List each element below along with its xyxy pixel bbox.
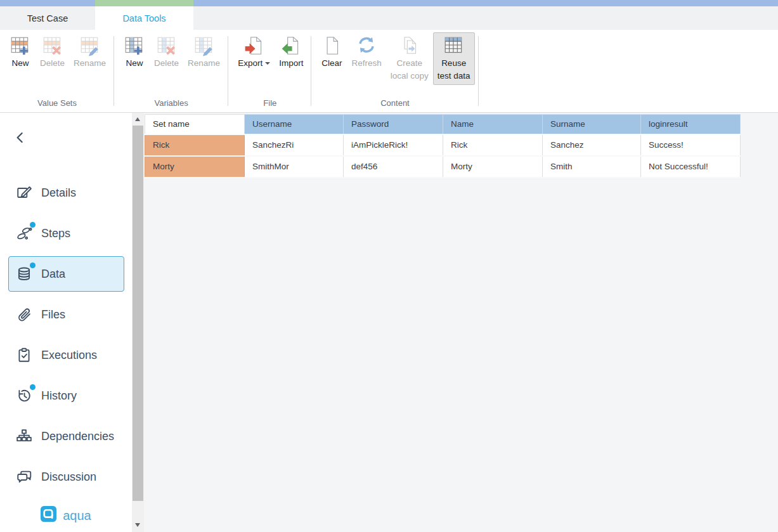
- table-column-add-icon: [124, 35, 145, 56]
- ribbon-group-content: Clear Refresh Create local copy: [311, 30, 478, 112]
- ribbon-group-file: Export Import File: [228, 30, 311, 112]
- table-column-rename-icon: [193, 35, 215, 56]
- button-label: Create: [396, 58, 422, 69]
- refresh-icon: [356, 35, 377, 56]
- sidebar-item-label: Data: [41, 268, 65, 281]
- sidebar-item-label: History: [41, 389, 77, 403]
- data-cell[interactable]: SmithMor: [245, 156, 344, 178]
- value-sets-delete-button[interactable]: Delete: [36, 32, 69, 72]
- sidebar-item-dependencies[interactable]: Dependencies: [8, 418, 124, 454]
- top-accent-strip: [0, 0, 778, 6]
- group-label-variables: Variables: [116, 98, 226, 112]
- copy-document-icon: [399, 35, 420, 56]
- aqua-logo-icon: [41, 506, 56, 525]
- button-label: New: [11, 58, 29, 69]
- table-row: Morty SmithMor def456 Morty Smith Not Su…: [145, 156, 741, 178]
- scrollbar-thumb[interactable]: [133, 126, 143, 501]
- variables-rename-button[interactable]: Rename: [183, 32, 224, 72]
- reuse-test-data-button[interactable]: Reuse test data: [433, 32, 475, 85]
- clipboard-check-icon: [16, 347, 32, 363]
- button-label: Clear: [321, 58, 342, 69]
- value-sets-new-button[interactable]: New: [5, 32, 36, 72]
- sidebar-item-files[interactable]: Files: [8, 297, 124, 332]
- import-button[interactable]: Import: [275, 32, 308, 72]
- ribbon-tabbar: Test Case Data Tools: [0, 6, 778, 30]
- tab-test-case[interactable]: Test Case: [0, 6, 95, 30]
- aqua-brand: aqua: [0, 506, 132, 525]
- column-header-username[interactable]: Username: [245, 115, 344, 134]
- sidebar-item-data[interactable]: Data: [8, 256, 124, 292]
- set-name-cell[interactable]: Morty: [145, 156, 245, 178]
- group-label-content: Content: [313, 98, 476, 112]
- variables-new-button[interactable]: New: [119, 32, 150, 72]
- header-row: Set name Username Password Name Surname …: [145, 115, 741, 134]
- table-row: Rick SanchezRi iAmPickleRick! Rick Sanch…: [145, 134, 741, 156]
- data-cell[interactable]: Smith: [543, 156, 641, 178]
- main-area: Details Steps Data: [0, 113, 778, 532]
- sidebar-item-history[interactable]: History: [8, 378, 124, 413]
- create-local-copy-button[interactable]: Create local copy: [386, 32, 433, 85]
- column-header-surname[interactable]: Surname: [543, 115, 641, 134]
- sidebar-item-label: Executions: [41, 349, 97, 362]
- notification-dot: [30, 222, 36, 228]
- data-grid-area: Set name Username Password Name Surname …: [144, 113, 778, 532]
- sidebar-item-details[interactable]: Details: [8, 175, 124, 211]
- database-icon: [16, 266, 32, 282]
- sidebar-item-executions[interactable]: Executions: [8, 337, 124, 373]
- edit-icon: [16, 185, 32, 201]
- variables-delete-button[interactable]: Delete: [150, 32, 183, 72]
- vertical-scrollbar[interactable]: [132, 113, 144, 532]
- column-header-set-name[interactable]: Set name: [145, 115, 245, 134]
- button-label-line2: test data: [438, 70, 470, 82]
- data-cell[interactable]: Rick: [443, 134, 543, 156]
- scroll-down-arrow-icon[interactable]: [135, 523, 140, 527]
- clear-button[interactable]: Clear: [316, 32, 347, 72]
- import-document-icon: [280, 35, 302, 56]
- button-label: Delete: [154, 58, 179, 69]
- table-header-icon: [443, 35, 465, 56]
- data-cell[interactable]: Morty: [443, 156, 543, 178]
- export-button[interactable]: Export: [233, 32, 275, 72]
- data-cell[interactable]: Success!: [641, 134, 741, 156]
- button-label: Rename: [74, 58, 106, 69]
- column-header-password[interactable]: Password: [344, 115, 443, 134]
- notification-dot: [30, 263, 36, 268]
- sidebar: Details Steps Data: [0, 113, 132, 532]
- app-window: Test Case Data Tools New Delete: [0, 0, 778, 532]
- active-tab-accent: [95, 0, 193, 6]
- sidebar-collapse-button[interactable]: [13, 129, 29, 146]
- data-cell[interactable]: def456: [344, 156, 443, 178]
- sidebar-item-label: Steps: [41, 227, 70, 240]
- ribbon: New Delete Rename Value Sets: [0, 30, 778, 113]
- blank-document-icon: [321, 35, 342, 56]
- data-cell[interactable]: iAmPickleRick!: [344, 134, 443, 156]
- column-header-loginresult[interactable]: loginresult: [641, 115, 741, 134]
- button-label-line2: local copy: [391, 70, 429, 82]
- refresh-button[interactable]: Refresh: [347, 32, 386, 72]
- hierarchy-icon: [16, 428, 32, 444]
- data-cell[interactable]: SanchezRi: [245, 134, 344, 156]
- sidebar-item-label: Files: [41, 308, 65, 321]
- data-cell[interactable]: Not Successful!: [641, 156, 741, 178]
- value-sets-rename-button[interactable]: Rename: [69, 32, 110, 72]
- speech-bubbles-icon: [16, 469, 32, 485]
- tab-data-tools[interactable]: Data Tools: [95, 6, 193, 30]
- button-label: Export: [238, 58, 263, 68]
- sidebar-item-steps[interactable]: Steps: [8, 216, 124, 251]
- table-row-delete-icon: [42, 35, 63, 56]
- sidebar-item-label: Details: [41, 186, 76, 200]
- sidebar-item-label: Discussion: [41, 470, 96, 484]
- set-name-cell[interactable]: Rick: [145, 134, 245, 156]
- data-cell[interactable]: Sanchez: [543, 134, 641, 156]
- chevron-left-icon: [13, 137, 29, 148]
- notification-dot: [30, 384, 36, 390]
- column-header-name[interactable]: Name: [443, 115, 543, 134]
- ribbon-group-value-sets: New Delete Rename Value Sets: [0, 30, 114, 112]
- sidebar-item-discussion[interactable]: Discussion: [8, 459, 124, 495]
- scroll-up-arrow-icon[interactable]: [135, 117, 140, 121]
- steps-icon: [16, 225, 32, 242]
- button-label: Import: [279, 58, 303, 69]
- table-column-delete-icon: [156, 35, 178, 56]
- dropdown-caret-icon: [265, 62, 270, 65]
- group-label-value-sets: Value Sets: [2, 98, 112, 112]
